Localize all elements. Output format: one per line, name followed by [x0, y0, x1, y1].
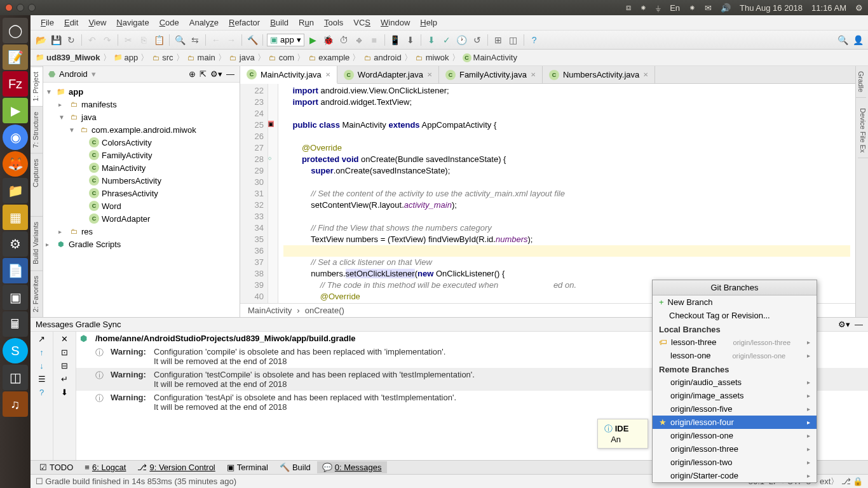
music-icon[interactable]: ♫ [3, 391, 28, 417]
redo-icon[interactable]: ↷ [101, 34, 114, 46]
panel-hide-icon[interactable]: — [855, 320, 863, 329]
menu-run[interactable]: Run [295, 17, 318, 29]
tab-project[interactable]: 1: Project [31, 66, 43, 106]
git-remote-7[interactable]: origin/Starter-code▸ [653, 469, 817, 482]
tab-numbers-activity[interactable]: CNumbersActivity.java✕ [543, 66, 655, 83]
bc-java[interactable]: 🗀java [227, 53, 256, 62]
stop2-icon[interactable]: ✕ [61, 334, 68, 344]
tree-manifests[interactable]: ▸🗀manifests [43, 98, 240, 111]
dash-icon[interactable]: ◯ [3, 18, 28, 43]
bc-main[interactable]: 🗀main [186, 53, 217, 62]
files-icon[interactable]: 📁 [3, 178, 28, 203]
bc-com[interactable]: 🗀com [267, 53, 296, 62]
make-icon[interactable]: 🔨 [246, 34, 259, 46]
settings-icon[interactable]: ⚙▾ [210, 69, 222, 79]
help2-icon[interactable]: ? [39, 388, 44, 397]
text-editor-icon[interactable]: 📝 [3, 44, 28, 70]
bc-android[interactable]: 🗀android [362, 53, 402, 62]
menu-code[interactable]: Code [156, 17, 183, 29]
window-close[interactable] [5, 4, 13, 11]
hide-icon[interactable]: — [226, 69, 234, 79]
code-editor[interactable]: 2223242526272829303132333435363738394041… [240, 84, 855, 303]
tab-device-explorer[interactable]: Device File Ex [858, 103, 868, 158]
vcs-update-icon[interactable]: ⬇ [425, 34, 438, 46]
tree-class-4[interactable]: CPhrasesActivity [43, 187, 240, 200]
window-maximize[interactable] [28, 4, 36, 11]
terminal-icon[interactable]: ▣ [3, 285, 28, 310]
vcs-revert-icon[interactable]: ↺ [471, 34, 484, 46]
wifi-icon[interactable]: ⏚ [656, 3, 661, 13]
search-everywhere-icon[interactable]: 🔍 [836, 34, 849, 46]
tab-captures[interactable]: Captures [31, 153, 43, 193]
tree-app[interactable]: ▼📁app [43, 85, 240, 98]
menu-navigate[interactable]: Navigate [112, 17, 153, 29]
sdk-icon[interactable]: ⬇ [404, 34, 417, 46]
git-remote-5[interactable]: origin/lesson-three▸ [653, 442, 817, 456]
menu-help[interactable]: Help [416, 17, 441, 29]
paste-icon[interactable]: 📋 [153, 34, 165, 46]
export-icon[interactable]: ↗ [38, 334, 45, 344]
btab-terminal[interactable]: ▣ Terminal [222, 461, 273, 473]
git-indicator[interactable]: ⎇ [841, 477, 851, 486]
tab-family-activity[interactable]: CFamilyActivity.java✕ [439, 66, 543, 83]
profile-icon[interactable]: ⏱ [337, 34, 350, 46]
bc-example[interactable]: 🗀example [306, 53, 351, 62]
structure-icon[interactable]: ⊞ [492, 34, 505, 46]
soft-wrap-icon[interactable]: ↵ [61, 374, 68, 384]
filezilla-icon[interactable]: Fz [3, 71, 28, 97]
git-local-1[interactable]: lesson-oneorigin/lesson-one▸ [653, 349, 817, 362]
firefox-icon[interactable]: 🦊 [3, 151, 28, 177]
menu-analyze[interactable]: Analyze [186, 17, 222, 29]
prev-icon[interactable]: ↑ [39, 348, 44, 357]
collapse2-icon[interactable]: ⊟ [61, 361, 68, 370]
tree-class-3[interactable]: CNumbersActivity [43, 174, 240, 187]
menu-file[interactable]: File [37, 17, 58, 29]
app-icon-1[interactable]: ▦ [3, 205, 28, 230]
lang-indicator[interactable]: En [670, 3, 680, 13]
tab-build-variants[interactable]: Build Variants [31, 216, 43, 269]
forward-icon[interactable]: → [225, 34, 238, 46]
settings-icon[interactable]: ⚙ [3, 231, 28, 257]
copy-icon[interactable]: ⎘ [137, 34, 150, 46]
screenshot-icon[interactable]: ◫ [3, 365, 28, 390]
bc-src[interactable]: 🗀src [150, 53, 174, 62]
android-studio-icon[interactable]: ▶ [3, 98, 28, 123]
tab-structure[interactable]: 7: Structure [31, 106, 43, 153]
bc-miwok[interactable]: 🗀miwok [414, 53, 451, 62]
btab-messages[interactable]: 💬 0: Messages [317, 461, 387, 473]
next-icon[interactable]: ↓ [39, 361, 44, 370]
close-icon[interactable]: ✕ [427, 71, 432, 78]
status-window-icon[interactable]: ☐ [36, 477, 43, 486]
git-remote-4[interactable]: origin/lesson-one▸ [653, 429, 817, 442]
writer-icon[interactable]: 📄 [3, 258, 28, 283]
dropbox-icon[interactable]: ⧈ [626, 3, 631, 13]
collapse-icon[interactable]: ⇱ [200, 69, 207, 79]
menu-tools[interactable]: Tools [320, 17, 347, 29]
bc-class[interactable]: CMainActivity [461, 53, 519, 62]
vcs-history-icon[interactable]: 🕐 [456, 34, 468, 46]
menu-refactor[interactable]: Refactor [225, 17, 264, 29]
run-config-select[interactable]: ▣app▾ [267, 34, 304, 46]
replace-icon[interactable]: ⇆ [189, 34, 201, 46]
bc-root[interactable]: 📁ud839_Miwok [34, 53, 102, 62]
avd-icon[interactable]: 📱 [389, 34, 402, 46]
close-icon[interactable]: ✕ [531, 71, 536, 78]
btab-logcat[interactable]: ≡ 6: Logcat [79, 461, 131, 473]
panel-gear-icon[interactable]: ⚙▾ [838, 320, 850, 329]
bluetooth2-icon[interactable]: ⁕ [689, 3, 696, 13]
open-icon[interactable]: 📂 [34, 34, 47, 46]
tree-class-5[interactable]: CWord [43, 200, 240, 212]
git-local-0[interactable]: 🏷lesson-threeorigin/lesson-three▸ [653, 336, 817, 349]
menu-view[interactable]: View [85, 17, 110, 29]
tree-gradle[interactable]: ▸⬢Gradle Scripts [43, 238, 240, 250]
target-icon[interactable]: ⊕ [189, 69, 196, 79]
tree-class-6[interactable]: CWordAdapter [43, 212, 240, 225]
cut-icon[interactable]: ✂ [122, 34, 135, 46]
menu-window[interactable]: Window [377, 17, 414, 29]
git-remote-2[interactable]: origin/lesson-five▸ [653, 402, 817, 416]
tree-class-1[interactable]: CFamilyActivity [43, 149, 240, 161]
calc-icon[interactable]: 🖩 [3, 311, 28, 337]
sync-icon[interactable]: ↻ [65, 34, 78, 46]
tree-java[interactable]: ▼🗀java [43, 111, 240, 123]
filter-icon[interactable]: ☰ [38, 374, 46, 384]
